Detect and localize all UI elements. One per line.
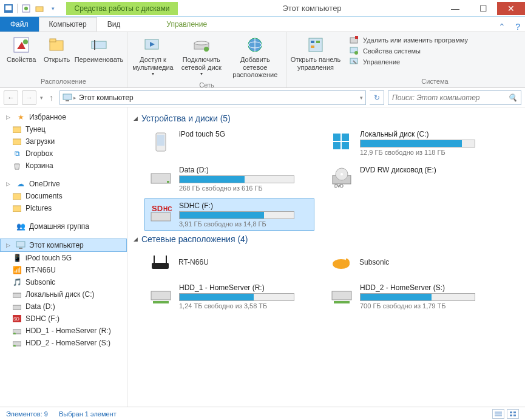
sidebar-item[interactable]: SDSDHC (F:) bbox=[0, 313, 127, 325]
ribbon-collapse-icon[interactable]: ⌃ bbox=[493, 22, 510, 32]
tab-computer[interactable]: Компьютер bbox=[39, 17, 97, 32]
maximize-button[interactable]: ☐ bbox=[469, 2, 497, 15]
forward-button[interactable]: → bbox=[22, 90, 36, 105]
svg-point-26 bbox=[354, 51, 358, 55]
sidebar-item[interactable]: HDD_1 - HomeServer (R:) bbox=[0, 325, 127, 337]
svg-rect-35 bbox=[19, 248, 22, 249]
rename-icon bbox=[89, 35, 109, 55]
qat-dropdown-icon[interactable]: ▾ bbox=[48, 4, 58, 13]
sidebar-favorites[interactable]: ▷★Избранное bbox=[0, 111, 127, 123]
folder-icon bbox=[12, 124, 22, 134]
drive-icon bbox=[147, 166, 174, 190]
sidebar-item[interactable]: HDD_2 - HomeServer (S:) bbox=[0, 337, 127, 349]
new-folder-qat-icon[interactable] bbox=[35, 4, 44, 13]
capacity-bar bbox=[179, 211, 294, 219]
sidebar-item[interactable]: Documents bbox=[0, 190, 127, 202]
drive-name: DVD RW дисковод (E:) bbox=[360, 166, 492, 174]
close-button[interactable]: ✕ bbox=[497, 2, 525, 15]
sidebar-item[interactable]: Корзина bbox=[0, 160, 127, 172]
section-devices[interactable]: ◢Устройства и диски (5) bbox=[134, 110, 519, 127]
rename-button[interactable]: Переименовать bbox=[73, 34, 124, 76]
section-network[interactable]: ◢Сетевые расположения (4) bbox=[134, 231, 519, 248]
search-input[interactable] bbox=[392, 93, 508, 102]
network-location-item[interactable]: Subsonic bbox=[325, 248, 495, 277]
window-title: Этот компьютер bbox=[183, 4, 441, 13]
uninstall-icon bbox=[350, 35, 359, 45]
network-location-item[interactable]: HDD_1 - HomeServer (R:)1,24 ТБ свободно … bbox=[144, 280, 314, 313]
drive-item[interactable]: SDHCSDHC (F:)3,91 ГБ свободно из 14,8 ГБ bbox=[144, 198, 314, 231]
properties-qat-icon[interactable] bbox=[21, 4, 31, 13]
svg-text:SD: SD bbox=[152, 204, 163, 213]
drive-item[interactable]: Локальный диск (C:)12,9 ГБ свободно из 1… bbox=[325, 127, 495, 159]
search-box[interactable]: 🔍 bbox=[388, 90, 521, 105]
minimize-button[interactable]: — bbox=[441, 2, 469, 15]
drive-item[interactable]: Data (D:)268 ГБ свободно из 616 ГБ bbox=[144, 163, 314, 195]
map-drive-button[interactable]: Подключить сетевой диск▾ bbox=[177, 34, 226, 80]
add-network-location-button[interactable]: Добавить сетевое расположение bbox=[227, 34, 283, 80]
sidebar-thispc[interactable]: ▷Этот компьютер bbox=[0, 239, 127, 252]
breadcrumb-segment[interactable]: Этот компьютер bbox=[79, 93, 134, 102]
breadcrumb-dropdown-icon[interactable]: ▾ bbox=[360, 95, 363, 101]
network-location-item[interactable]: HDD_2 - HomeServer (S:)700 ГБ свободно и… bbox=[325, 280, 495, 313]
star-icon: ★ bbox=[16, 112, 25, 122]
ribbon-tabs: Файл Компьютер Вид Управление ⌃ ? bbox=[0, 17, 525, 32]
group-label-network: Сеть bbox=[130, 80, 283, 90]
refresh-button[interactable]: ↻ bbox=[370, 90, 384, 105]
homegroup-icon: 👥 bbox=[16, 222, 25, 231]
svg-rect-20 bbox=[311, 41, 314, 43]
sidebar-item[interactable]: Data (D:) bbox=[0, 300, 127, 313]
svg-point-54 bbox=[340, 173, 343, 175]
help-icon[interactable]: ? bbox=[510, 22, 525, 32]
uninstall-program-button[interactable]: Удалить или изменить программу bbox=[350, 35, 520, 45]
open-button[interactable]: Открыть bbox=[41, 34, 72, 76]
sidebar-onedrive[interactable]: ▷☁OneDrive bbox=[0, 178, 127, 190]
tab-file[interactable]: Файл bbox=[0, 17, 39, 32]
back-button[interactable]: ← bbox=[4, 90, 18, 105]
sidebar-item[interactable]: ⧉Dropbox bbox=[0, 147, 127, 160]
sidebar-homegroup[interactable]: ▷👥Домашняя группа bbox=[0, 220, 127, 232]
manage-button[interactable]: Управление bbox=[350, 57, 520, 67]
details-view-button[interactable] bbox=[492, 409, 504, 419]
status-selected: Выбран 1 элемент bbox=[59, 410, 117, 418]
sidebar-item[interactable]: Локальный диск (C:) bbox=[0, 288, 127, 300]
breadcrumb[interactable]: ▸ Этот компьютер ▾ bbox=[59, 90, 366, 105]
drive-item[interactable]: iPod touch 5G bbox=[144, 127, 314, 159]
properties-button[interactable]: Свойства bbox=[2, 34, 40, 76]
drive-item[interactable]: DVDDVD RW дисковод (E:) bbox=[325, 163, 495, 195]
computer-icon bbox=[63, 93, 72, 102]
svg-rect-32 bbox=[13, 194, 21, 200]
sidebar-item[interactable]: Тунец bbox=[0, 123, 127, 135]
network-drive-icon bbox=[12, 338, 22, 348]
folder-open-icon bbox=[47, 35, 67, 55]
status-item-count: Элементов: 9 bbox=[6, 410, 48, 418]
sidebar-item[interactable]: 📶RT-N66U bbox=[0, 264, 127, 276]
media-icon bbox=[143, 35, 163, 55]
properties-icon bbox=[12, 35, 31, 55]
svg-rect-71 bbox=[513, 412, 516, 413]
drive-free-text: 700 ГБ свободно из 1,79 ТБ bbox=[360, 302, 492, 310]
media-access-button[interactable]: Доступ к мультимедиа▾ bbox=[130, 34, 176, 80]
search-icon: 🔍 bbox=[508, 93, 517, 102]
svg-rect-30 bbox=[13, 127, 21, 133]
group-label-location: Расположение bbox=[2, 76, 124, 86]
drive-free-text: 12,9 ГБ свободно из 118 ГБ bbox=[360, 149, 492, 156]
network-drive-icon bbox=[12, 326, 22, 336]
open-control-panel-button[interactable]: Открыть панель управления bbox=[289, 34, 342, 84]
network-location-icon bbox=[328, 283, 355, 308]
sidebar-item[interactable]: Загрузки bbox=[0, 135, 127, 147]
svg-rect-28 bbox=[63, 94, 72, 100]
svg-rect-19 bbox=[309, 38, 322, 52]
recent-dropdown-icon[interactable]: ▾ bbox=[40, 95, 43, 101]
tab-manage[interactable]: Управление bbox=[156, 17, 217, 32]
tab-view[interactable]: Вид bbox=[97, 17, 131, 32]
network-location-item[interactable]: RT-N66U bbox=[144, 248, 314, 277]
up-button[interactable]: ↑ bbox=[47, 93, 56, 103]
sidebar-item[interactable]: 📱iPod touch 5G bbox=[0, 252, 127, 264]
sidebar-item[interactable]: Pictures bbox=[0, 202, 127, 214]
system-properties-button[interactable]: Свойства системы bbox=[350, 46, 520, 56]
sidebar-item[interactable]: 🎵Subsonic bbox=[0, 276, 127, 288]
capacity-bar bbox=[179, 175, 294, 183]
app-icon bbox=[4, 4, 13, 13]
network-location-icon bbox=[328, 250, 354, 274]
icons-view-button[interactable] bbox=[507, 409, 519, 419]
